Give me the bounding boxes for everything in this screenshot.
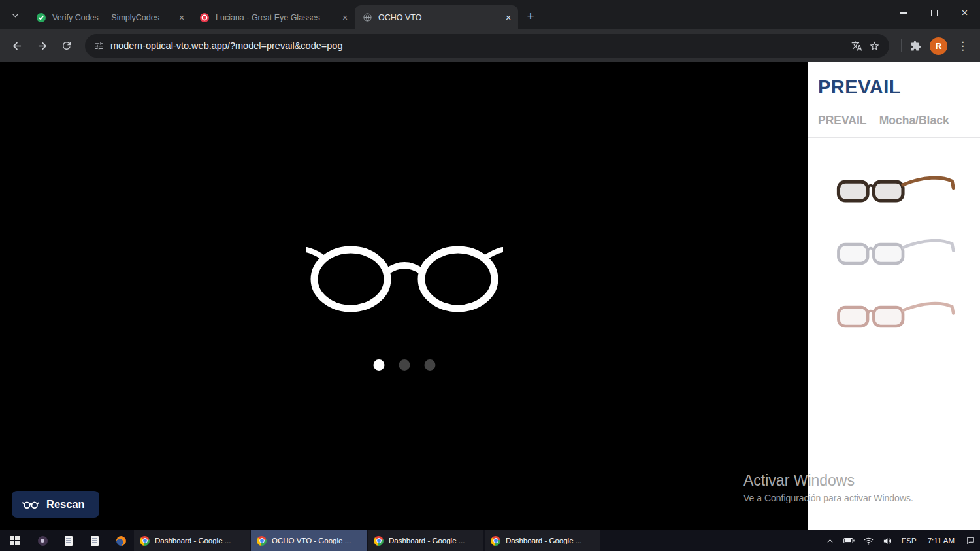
- rescan-button[interactable]: Rescan: [12, 491, 99, 518]
- globe-favicon: [363, 12, 372, 22]
- chevron-down-icon: [11, 11, 20, 20]
- product-title: PREVAIL: [818, 76, 972, 98]
- new-tab-button[interactable]: +: [521, 7, 540, 26]
- windows-logo-icon: [10, 536, 20, 545]
- system-tray: ESP 7:11 AM: [821, 530, 980, 551]
- variant-thumbnail-silver[interactable]: [817, 223, 972, 286]
- network-indicator[interactable]: [859, 530, 878, 551]
- variant-thumbnails: [817, 160, 972, 348]
- glasses-thumbnail-image: [834, 172, 955, 211]
- browser-app-icon: [116, 536, 126, 546]
- tab-ocho-vto[interactable]: OCHO VTO ×: [355, 5, 518, 29]
- tab-simplycodes[interactable]: Verify Codes — SimplyCodes ×: [28, 5, 191, 29]
- glasses-silhouette: [306, 239, 503, 320]
- product-variant-label: PREVAIL _ Mocha/Black: [818, 114, 972, 127]
- variant-thumbnail-rose[interactable]: [817, 286, 972, 348]
- battery-indicator[interactable]: [839, 530, 859, 551]
- battery-icon: [843, 537, 855, 544]
- carousel-dot-2[interactable]: [399, 359, 410, 371]
- tray-expand-button[interactable]: [821, 530, 839, 551]
- taskbar-window-dashboard-2[interactable]: Dashboard - Google ...: [368, 530, 483, 551]
- document-icon: [65, 536, 73, 546]
- taskbar-window-ocho-vto[interactable]: OCHO VTO - Google ...: [251, 530, 367, 551]
- back-arrow-icon: [11, 40, 24, 52]
- document-icon: [91, 536, 99, 546]
- taskbar: Dashboard - Google ... OCHO VTO - Google…: [0, 530, 980, 551]
- tab-close-icon[interactable]: ×: [339, 12, 351, 24]
- taskbar-window-label: Dashboard - Google ...: [155, 537, 231, 544]
- product-sidebar: PREVAIL PREVAIL _ Mocha/Black: [808, 62, 980, 530]
- rescan-label: Rescan: [46, 498, 85, 510]
- tab-title: OCHO VTO: [378, 13, 497, 22]
- chrome-icon: [140, 536, 150, 546]
- chrome-icon: [374, 536, 384, 546]
- firefox-icon[interactable]: [108, 530, 134, 551]
- glasses-thumbnail-image: [834, 235, 955, 274]
- action-center-button[interactable]: [961, 530, 980, 551]
- taskbar-window-label: Dashboard - Google ...: [506, 537, 581, 544]
- wifi-icon: [864, 537, 874, 545]
- page-content: Rescan PREVAIL PREVAIL _ Mocha/Black: [0, 62, 980, 530]
- glasses-thumbnail-image: [834, 297, 955, 337]
- tab-close-icon[interactable]: ×: [176, 12, 188, 24]
- window-controls: ×: [888, 0, 980, 26]
- language-indicator[interactable]: ESP: [897, 530, 921, 551]
- notepad-icon[interactable]: [56, 530, 82, 551]
- maximize-button[interactable]: [919, 0, 949, 26]
- profile-avatar[interactable]: R: [930, 37, 947, 55]
- document-app-icon[interactable]: [82, 530, 108, 551]
- tab-title: Luciana - Great Eye Glasses: [216, 13, 333, 22]
- reload-icon: [61, 40, 73, 52]
- toolbar-divider: [901, 39, 902, 52]
- sidebar-divider: [808, 137, 980, 138]
- tab-title: Verify Codes — SimplyCodes: [52, 13, 170, 22]
- luciana-favicon: [199, 12, 210, 23]
- taskbar-window-dashboard-3[interactable]: Dashboard - Google ...: [485, 530, 600, 551]
- tab-strip: Verify Codes — SimplyCodes × Luciana - G…: [0, 0, 980, 29]
- reload-button[interactable]: [55, 34, 78, 58]
- clock[interactable]: 7:11 AM: [921, 530, 961, 551]
- extensions-icon[interactable]: [910, 41, 921, 52]
- tab-close-icon[interactable]: ×: [502, 12, 514, 24]
- tab-search-button[interactable]: [7, 7, 24, 24]
- speaker-icon: [883, 537, 892, 545]
- translate-icon[interactable]: [851, 41, 862, 52]
- rescan-glasses-icon: [22, 499, 39, 510]
- bookmark-star-icon[interactable]: [869, 41, 880, 52]
- carousel-dot-3[interactable]: [424, 359, 435, 371]
- back-button[interactable]: [5, 34, 29, 58]
- carousel-dot-1[interactable]: [373, 359, 384, 371]
- volume-indicator[interactable]: [878, 530, 897, 551]
- taskbar-window-dashboard-1[interactable]: Dashboard - Google ...: [134, 530, 250, 551]
- camera-viewport: Rescan: [0, 62, 808, 530]
- maximize-icon: [931, 10, 938, 16]
- forward-arrow-icon: [36, 40, 48, 52]
- chevron-up-icon: [826, 537, 834, 545]
- omnibox[interactable]: [85, 34, 889, 58]
- close-window-button[interactable]: ×: [949, 0, 980, 26]
- chrome-icon: [491, 536, 500, 546]
- browser-toolbar: R ⋮: [0, 29, 980, 62]
- browser-menu-icon[interactable]: ⋮: [956, 39, 970, 53]
- url-input[interactable]: [110, 41, 845, 51]
- app-icon: [38, 536, 48, 546]
- site-info-icon[interactable]: [94, 41, 104, 51]
- start-button[interactable]: [0, 530, 29, 551]
- taskbar-window-label: Dashboard - Google ...: [389, 537, 465, 544]
- minimize-icon: [900, 12, 907, 14]
- tab-luciana[interactable]: Luciana - Great Eye Glasses ×: [191, 5, 355, 29]
- pinned-app-icon-1[interactable]: [29, 530, 56, 551]
- screen: Verify Codes — SimplyCodes × Luciana - G…: [0, 0, 980, 551]
- forward-button[interactable]: [30, 34, 54, 58]
- variant-thumbnail-mocha-black[interactable]: [817, 160, 972, 223]
- minimize-button[interactable]: [888, 0, 919, 26]
- taskbar-window-label: OCHO VTO - Google ...: [272, 537, 351, 544]
- simplycodes-favicon: [36, 12, 46, 23]
- chrome-icon: [257, 536, 267, 546]
- toolbar-end: R ⋮: [896, 37, 975, 55]
- carousel-dots: [373, 359, 435, 371]
- notification-icon: [966, 536, 975, 545]
